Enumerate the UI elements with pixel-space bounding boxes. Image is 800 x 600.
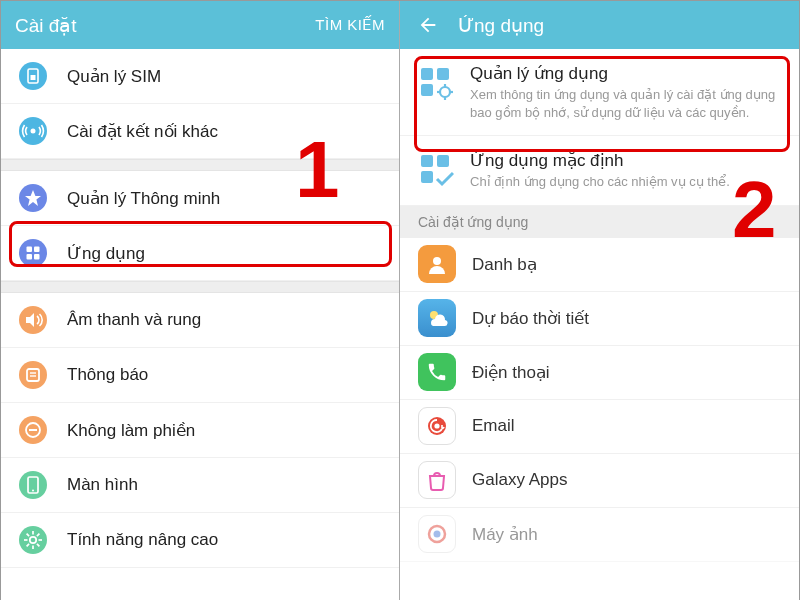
svg-rect-42 bbox=[437, 155, 449, 167]
back-button[interactable] bbox=[414, 11, 442, 39]
email-icon bbox=[418, 407, 456, 445]
row-sim[interactable]: Quản lý SIM bbox=[1, 49, 399, 104]
svg-rect-8 bbox=[34, 247, 40, 253]
svg-point-21 bbox=[32, 490, 34, 492]
sim-icon bbox=[19, 62, 47, 90]
settings-title: Cài đặt bbox=[15, 14, 315, 37]
applications-pane: Ứng dụng Quản lý ứng dụng Xem thông tin … bbox=[400, 1, 799, 600]
svg-rect-32 bbox=[421, 68, 433, 80]
svg-point-22 bbox=[19, 526, 47, 554]
row-display[interactable]: Màn hình bbox=[1, 458, 399, 513]
row-label: Cài đặt kết nối khác bbox=[67, 121, 218, 142]
section-gap bbox=[1, 159, 399, 171]
svg-rect-18 bbox=[29, 429, 37, 431]
app-settings-section: Cài đặt ứng dụng bbox=[400, 206, 799, 238]
svg-point-12 bbox=[19, 361, 47, 389]
svg-rect-7 bbox=[27, 247, 33, 253]
svg-point-6 bbox=[19, 239, 47, 267]
row-sound[interactable]: Âm thanh và rung bbox=[1, 293, 399, 348]
apps-title: Ứng dụng bbox=[458, 14, 785, 37]
svg-point-35 bbox=[440, 87, 450, 97]
svg-rect-40 bbox=[421, 155, 433, 167]
app-galaxy-apps[interactable]: Galaxy Apps bbox=[400, 454, 799, 508]
row-more-connections[interactable]: Cài đặt kết nối khác bbox=[1, 104, 399, 159]
row-dnd[interactable]: Không làm phiền bbox=[1, 403, 399, 458]
svg-point-4 bbox=[31, 129, 36, 134]
svg-point-19 bbox=[19, 471, 47, 499]
smart-icon bbox=[19, 184, 47, 212]
svg-rect-2 bbox=[31, 75, 36, 80]
contacts-icon bbox=[418, 245, 456, 283]
svg-point-48 bbox=[434, 531, 441, 538]
row-label: Tính năng nâng cao bbox=[67, 530, 218, 550]
default-apps-icon bbox=[418, 152, 454, 188]
row-notifications[interactable]: Thông báo bbox=[1, 348, 399, 403]
app-label: Máy ảnh bbox=[472, 524, 538, 545]
default-apps-title: Ứng dụng mặc định bbox=[470, 150, 781, 171]
section-gap bbox=[1, 281, 399, 293]
camera-icon bbox=[418, 515, 456, 553]
settings-pane: Cài đặt TÌM KIẾM Quản lý SIM Cài đặt kết… bbox=[1, 1, 400, 600]
app-manager-title: Quản lý ứng dụng bbox=[470, 63, 781, 84]
dnd-icon bbox=[19, 416, 47, 444]
row-label: Quản lý SIM bbox=[67, 66, 161, 87]
advanced-icon bbox=[19, 526, 47, 554]
app-label: Điện thoại bbox=[472, 362, 550, 383]
app-weather[interactable]: Dự báo thời tiết bbox=[400, 292, 799, 346]
row-label: Màn hình bbox=[67, 475, 138, 495]
connections-icon bbox=[19, 117, 47, 145]
row-label: Ứng dụng bbox=[67, 243, 145, 264]
app-manager-icon bbox=[418, 65, 454, 101]
row-smart-manager[interactable]: Quản lý Thông minh bbox=[1, 171, 399, 226]
app-phone[interactable]: Điện thoại bbox=[400, 346, 799, 400]
row-label: Thông báo bbox=[67, 365, 148, 385]
svg-point-46 bbox=[434, 424, 439, 429]
svg-point-43 bbox=[433, 257, 441, 265]
app-email[interactable]: Email bbox=[400, 400, 799, 454]
row-applications[interactable]: Ứng dụng bbox=[1, 226, 399, 281]
row-advanced[interactable]: Tính năng nâng cao bbox=[1, 513, 399, 568]
app-label: Dự báo thời tiết bbox=[472, 308, 589, 329]
apps-list: Quản lý ứng dụng Xem thông tin ứng dụng … bbox=[400, 49, 799, 600]
settings-header: Cài đặt TÌM KIẾM bbox=[1, 1, 399, 49]
app-label: Danh bạ bbox=[472, 254, 537, 275]
sound-icon bbox=[19, 306, 47, 334]
row-default-apps[interactable]: Ứng dụng mặc định Chỉ định ứng dụng cho … bbox=[400, 136, 799, 206]
svg-rect-33 bbox=[421, 84, 433, 96]
search-action[interactable]: TÌM KIẾM bbox=[315, 16, 385, 34]
svg-rect-10 bbox=[34, 254, 40, 260]
apps-icon bbox=[19, 239, 47, 267]
default-apps-sub: Chỉ định ứng dụng cho các nhiệm vụ cụ th… bbox=[470, 173, 781, 191]
app-contacts[interactable]: Danh bạ bbox=[400, 238, 799, 292]
phone-icon bbox=[418, 353, 456, 391]
row-label: Âm thanh và rung bbox=[67, 310, 201, 330]
svg-rect-9 bbox=[27, 254, 33, 260]
display-icon bbox=[19, 471, 47, 499]
svg-rect-34 bbox=[437, 68, 449, 80]
row-label: Quản lý Thông minh bbox=[67, 188, 220, 209]
settings-list: Quản lý SIM Cài đặt kết nối khác Quản lý… bbox=[1, 49, 399, 600]
notification-icon bbox=[19, 361, 47, 389]
row-app-manager[interactable]: Quản lý ứng dụng Xem thông tin ứng dụng … bbox=[400, 49, 799, 136]
weather-icon bbox=[418, 299, 456, 337]
svg-rect-41 bbox=[421, 171, 433, 183]
app-label: Galaxy Apps bbox=[472, 470, 567, 490]
app-manager-sub: Xem thông tin ứng dụng và quản lý cài đặ… bbox=[470, 86, 781, 121]
row-label: Không làm phiền bbox=[67, 420, 195, 441]
apps-header: Ứng dụng bbox=[400, 1, 799, 49]
app-label: Email bbox=[472, 416, 515, 436]
galaxy-apps-icon bbox=[418, 461, 456, 499]
app-camera[interactable]: Máy ảnh bbox=[400, 508, 799, 562]
